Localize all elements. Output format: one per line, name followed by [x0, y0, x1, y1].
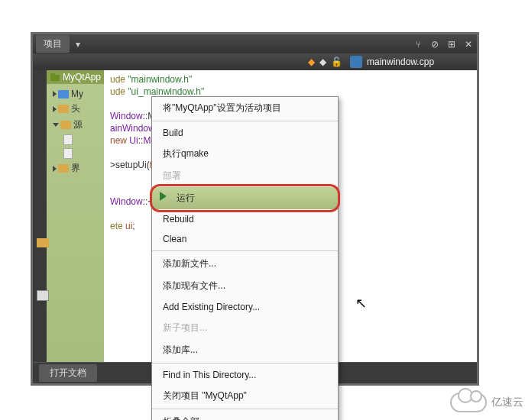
- folder-icon: [58, 164, 69, 173]
- close-icon[interactable]: ✕: [460, 36, 477, 53]
- watermark-text: 亿速云: [491, 396, 523, 409]
- tree-item[interactable]: 源: [48, 117, 102, 133]
- menu-add-new[interactable]: 添加新文件...: [152, 253, 338, 275]
- file-icon: [63, 148, 73, 159]
- project-icon: [50, 73, 60, 82]
- code-text: "ui_mainwindow.h": [128, 86, 204, 97]
- add-icon[interactable]: ⊞: [443, 36, 460, 53]
- project-dropdown[interactable]: 项目: [36, 35, 70, 53]
- code-text: >setupUi(: [110, 160, 150, 170]
- menu-new-subproject: 新子项目...: [152, 317, 338, 339]
- menu-run-label: 运行: [177, 192, 195, 203]
- code-text: ete: [110, 221, 125, 231]
- expand-icon[interactable]: [53, 106, 57, 112]
- menu-rebuild[interactable]: Rebuild: [152, 209, 338, 229]
- code-text: ude: [110, 86, 128, 97]
- code-text: ude: [110, 74, 128, 85]
- mode-sidebar[interactable]: [33, 70, 47, 362]
- link-icon[interactable]: ⊘: [426, 36, 443, 53]
- play-icon: [160, 192, 167, 201]
- code-text: ui: [125, 221, 132, 231]
- filter-icon[interactable]: ⑂: [410, 36, 426, 53]
- code-text: ainWindow: [110, 123, 155, 134]
- watermark: 亿速云: [450, 393, 523, 412]
- code-text: "mainwindow.h": [128, 74, 192, 85]
- menu-separator: [152, 363, 338, 363]
- menu-separator: [152, 409, 338, 409]
- dropdown-chevron-icon[interactable]: ▾: [70, 36, 86, 53]
- project-context-menu: 将"MyQtApp"设置为活动项目 Build 执行qmake 部署 运行 Re…: [151, 96, 339, 420]
- projects-toolbar: 项目 ▾ ⑂ ⊘ ⊞ ✕: [33, 34, 477, 53]
- menu-find-directory[interactable]: Find in This Directory...: [152, 365, 338, 385]
- expand-icon[interactable]: [53, 166, 57, 172]
- svg-rect-1: [50, 73, 55, 76]
- code-text: ;: [132, 221, 134, 231]
- menu-add-existing[interactable]: 添加现有文件...: [152, 275, 338, 297]
- menu-collapse-all[interactable]: 折叠全部: [152, 411, 338, 420]
- folder-icon: [37, 238, 49, 247]
- folder-icon: [58, 105, 69, 113]
- menu-deploy: 部署: [152, 165, 338, 187]
- cpp-file-icon: [350, 56, 362, 68]
- menu-add-library[interactable]: 添加库...: [152, 339, 338, 361]
- code-text: Window: [110, 111, 143, 121]
- folder-icon: [58, 90, 69, 99]
- tree-item-label: 源: [73, 118, 83, 131]
- panel-icon: [37, 290, 49, 301]
- tree-item[interactable]: 头: [48, 101, 102, 117]
- menu-separator: [152, 121, 338, 121]
- file-icon: [63, 134, 73, 145]
- expand-icon[interactable]: [53, 91, 57, 97]
- tree-item-label: My: [71, 89, 83, 99]
- tree-file[interactable]: [59, 133, 102, 147]
- tree-root[interactable]: MyQtApp: [47, 70, 104, 84]
- tree-file[interactable]: [59, 147, 102, 160]
- code-text: Ui: [129, 135, 138, 146]
- nav-back-icon[interactable]: ◆: [308, 57, 315, 67]
- menu-separator: [152, 250, 338, 251]
- svg-rect-0: [50, 75, 60, 81]
- nav-forward-icon[interactable]: ◆: [319, 57, 326, 67]
- menu-close-project[interactable]: 关闭项目 "MyQtApp": [152, 385, 338, 407]
- tree-item[interactable]: My: [48, 87, 102, 101]
- menu-set-active[interactable]: 将"MyQtApp"设置为活动项目: [152, 97, 338, 119]
- project-tree[interactable]: MyQtApp My 头 源: [47, 70, 104, 362]
- tree-item[interactable]: 界: [48, 160, 102, 176]
- open-documents-button[interactable]: 打开文档: [39, 364, 97, 382]
- menu-build[interactable]: Build: [152, 123, 338, 143]
- lock-icon[interactable]: 🔓: [331, 57, 342, 67]
- menu-add-directory[interactable]: Add Existing Directory...: [152, 297, 338, 317]
- expand-icon[interactable]: [53, 123, 59, 127]
- open-file-name[interactable]: mainwindow.cpp: [367, 57, 434, 67]
- code-text: Window: [110, 196, 143, 207]
- tree-item-label: 界: [71, 162, 80, 175]
- menu-clean[interactable]: Clean: [152, 229, 338, 249]
- code-text: new: [110, 135, 129, 146]
- tree-item-label: 头: [71, 102, 80, 115]
- folder-icon: [60, 121, 71, 129]
- editor-tabbar: ◆ ◆ 🔓 mainwindow.cpp: [33, 53, 477, 70]
- menu-qmake[interactable]: 执行qmake: [152, 143, 338, 165]
- cloud-icon: [450, 393, 487, 412]
- menu-run[interactable]: 运行: [152, 187, 338, 209]
- tree-root-label: MyQtApp: [63, 72, 101, 82]
